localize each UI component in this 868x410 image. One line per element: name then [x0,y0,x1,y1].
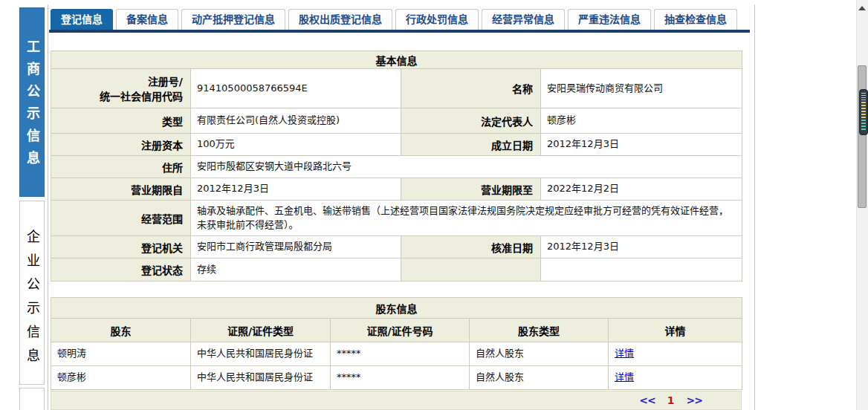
term-to-label: 营业期限至 [401,178,541,201]
est-date-value: 2012年12月3日 [541,134,742,156]
approval-date-value: 2012年12月3日 [541,236,742,258]
capital-label: 注册资本 [51,134,191,156]
term-from-label: 营业期限自 [51,178,191,201]
content-frame-right-border [754,4,755,410]
sidebar-qiye-panel[interactable]: 企业公示信息 [19,201,45,385]
company-name-value: 安阳昊瑞传动商贸有限公司 [541,69,742,108]
reg-no-label: 注册号/ 统一社会信用代码 [51,69,191,108]
scrollbar-thumb[interactable] [858,65,867,208]
tab-underline-bar [49,30,750,33]
reg-no-label-line2: 统一社会信用代码 [51,88,183,103]
table-row: 顿彦彬 中华人民共和国居民身份证 ***** 自然人股东 详情 [51,366,742,390]
status-value: 存续 [191,258,401,282]
shareholder-name: 顿明涛 [51,342,191,366]
shareholder-cert-type: 中华人民共和国居民身份证 [191,342,331,366]
shareholders-title: 股东信息 [51,298,742,319]
status-label: 登记状态 [51,258,191,282]
type-label: 类型 [51,108,191,134]
shareholder-cert-no: ***** [331,342,470,366]
pagination-controls: << 1 >> [639,394,702,406]
pagination-bar: << 1 >> [51,391,742,410]
basic-info-title: 基本信息 [51,51,742,69]
sidebar-stub-panel [19,388,45,410]
col-shareholder: 股东 [51,319,191,342]
table-row: 注册号/ 统一社会信用代码 91410500058766594E 名称 安阳昊瑞… [51,69,742,108]
reg-no-value: 91410500058766594E [191,69,401,108]
detail-link[interactable]: 详情 [615,348,634,359]
scroll-marker-yellow-stripes [861,102,866,120]
next-page-button[interactable]: >> [687,394,702,406]
tab-guquan-chuzhi[interactable]: 股权出质登记信息 [288,9,392,30]
col-holder-type: 股东类型 [470,319,609,342]
sidebar-gongshang-panel[interactable]: 工商公示信息 [19,7,45,197]
tab-dongchan-diya[interactable]: 动产抵押登记信息 [181,9,285,30]
col-detail: 详情 [609,319,742,342]
tab-jingying-yichang[interactable]: 经营异常信息 [482,9,565,30]
tab-choucha-jiancha[interactable]: 抽查检查信息 [654,9,737,30]
tab-xingzheng-chufa[interactable]: 行政处罚信息 [395,9,479,30]
table-row: 顿明涛 中华人民共和国居民身份证 ***** 自然人股东 详情 [51,342,742,366]
address-value: 安阳市殷都区安钢大道中段路北六号 [191,156,742,178]
table-row: 登记状态 存续 [51,258,742,282]
scroll-marker-gray-stripes [861,93,866,102]
shareholder-name: 顿彦彬 [51,366,191,390]
basic-info-table: 基本信息 注册号/ 统一社会信用代码 91410500058766594E 名称… [51,51,742,282]
current-page-number: 1 [667,394,675,406]
authority-value: 安阳市工商行政管理局殷都分局 [191,236,401,258]
tab-dengji-xinxi[interactable]: 登记信息 [51,9,113,30]
capital-value: 100万元 [191,134,401,156]
scroll-marker-widget[interactable] [859,89,868,135]
empty-label-cell [401,258,541,282]
scope-label: 经营范围 [51,201,191,236]
prev-page-button[interactable]: << [639,394,655,406]
table-row: 住所 安阳市殷都区安钢大道中段路北六号 [51,156,742,178]
shareholder-holder-type: 自然人股东 [470,366,609,390]
est-date-label: 成立日期 [401,134,541,156]
shareholder-cert-type: 中华人民共和国居民身份证 [191,366,331,390]
table-row: 登记机关 安阳市工商行政管理局殷都分局 核准日期 2012年12月3日 [51,236,742,258]
table-header-row: 股东 证照/证件类型 证照/证件号码 股东类型 详情 [51,319,742,342]
company-name-label: 名称 [401,69,541,108]
col-cert-no: 证照/证件号码 [331,319,470,342]
approval-date-label: 核准日期 [401,236,541,258]
tab-yanzhong-weifa[interactable]: 严重违法信息 [568,9,651,30]
reg-no-label-line1: 注册号/ [51,74,183,88]
shareholder-holder-type: 自然人股东 [470,342,609,366]
table-row: 营业期限自 2012年12月3日 营业期限至 2022年12月2日 [51,178,742,201]
scope-value: 轴承及轴承配件、五金机电、输送带销售（上述经营项目国家法律法规国务院决定规定应经… [191,201,742,236]
term-from-value: 2012年12月3日 [191,178,401,201]
table-row: 经营范围 轴承及轴承配件、五金机电、输送带销售（上述经营项目国家法律法规国务院决… [51,201,742,236]
shareholder-cert-no: ***** [331,366,470,390]
legal-rep-value: 顿彦彬 [541,108,742,134]
empty-value-cell [541,258,742,282]
legal-rep-label: 法定代表人 [401,108,541,134]
scroll-marker-teal-stripes [861,120,866,131]
detail-link[interactable]: 详情 [615,371,634,383]
table-row: 注册资本 100万元 成立日期 2012年12月3日 [51,134,742,156]
table-row: 类型 有限责任公司(自然人投资或控股) 法定代表人 顿彦彬 [51,108,742,134]
col-cert-type: 证照/证件类型 [191,319,331,342]
authority-label: 登记机关 [51,236,191,258]
tab-bar: 登记信息 备案信息 动产抵押登记信息 股权出质登记信息 行政处罚信息 经营异常信… [51,9,737,30]
shareholders-table: 股东信息 股东 证照/证件类型 证照/证件号码 股东类型 详情 顿明涛 中华人民… [51,297,742,390]
scroll-up-icon[interactable] [858,6,866,10]
tab-beian-xinxi[interactable]: 备案信息 [116,9,178,30]
content-frame-left-border [48,4,48,410]
type-value: 有限责任公司(自然人投资或控股) [191,108,401,134]
address-label: 住所 [51,156,191,178]
term-to-value: 2022年12月2日 [541,178,742,201]
